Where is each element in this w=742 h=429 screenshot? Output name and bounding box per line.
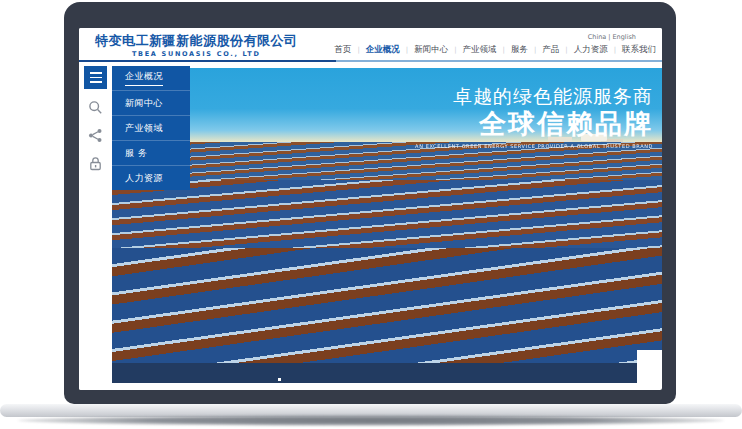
nav-separator: |: [454, 46, 456, 54]
laptop-screen: China|English 特变电工新疆新能源股份有限公司 TBEA SUNOA…: [79, 28, 662, 390]
nav-separator: |: [614, 46, 616, 54]
lock-icon[interactable]: [88, 156, 103, 171]
sidebar-menu: 企业概况 新闻中心 产业领域 服 务 人力资源: [112, 66, 190, 190]
nav-item-company[interactable]: 企业概况: [366, 44, 400, 56]
nav-item-hr[interactable]: 人力资源: [574, 44, 608, 56]
nav-item-industry[interactable]: 产业领域: [463, 44, 497, 56]
hero-tagline-en: AN EXCELLENT GREEN ENERGY SERVICE PROVID…: [415, 143, 653, 149]
main-nav: 首页| 企业概况| 新闻中心| 产业领域| 服务| 产品| 人力资源| 联系我们: [334, 44, 656, 56]
header-underline-left: [79, 60, 336, 62]
nav-item-service[interactable]: 服务: [511, 44, 528, 56]
sidebar-item-news[interactable]: 新闻中心: [112, 91, 190, 116]
nav-separator: |: [357, 46, 359, 54]
site-logo[interactable]: 特变电工新疆新能源股份有限公司 TBEA SUNOASIS CO., LTD: [95, 34, 298, 58]
hero-text: 卓越的绿色能源服务商 全球信赖品牌 AN EXCELLENT GREEN ENE…: [415, 84, 653, 149]
hero-title: 全球信赖品牌: [415, 108, 653, 140]
share-icon[interactable]: [88, 128, 103, 143]
solar-panel-field-image: [112, 142, 662, 363]
nav-separator: |: [534, 46, 536, 54]
nav-separator: |: [503, 46, 505, 54]
menu-icon[interactable]: [84, 66, 107, 89]
sidebar-item-service[interactable]: 服 务: [112, 141, 190, 166]
laptop-shadow: [18, 415, 724, 426]
language-switcher: China|English: [586, 33, 638, 41]
search-icon[interactable]: [88, 100, 103, 115]
banner-footer-bar: [112, 363, 637, 383]
nav-item-products[interactable]: 产品: [542, 44, 559, 56]
lang-english-link[interactable]: English: [613, 33, 636, 41]
nav-item-home[interactable]: 首页: [334, 44, 351, 56]
sidebar-item-industry[interactable]: 产业领域: [112, 116, 190, 141]
header-underline-right: [336, 60, 662, 62]
lang-separator: |: [608, 33, 610, 41]
nav-item-news[interactable]: 新闻中心: [414, 44, 448, 56]
site-header: China|English 特变电工新疆新能源股份有限公司 TBEA SUNOA…: [79, 28, 662, 62]
hero-subtitle: 卓越的绿色能源服务商: [415, 84, 653, 108]
nav-item-contact[interactable]: 联系我们: [622, 44, 656, 56]
floating-widget[interactable]: [637, 350, 662, 383]
nav-separator: |: [565, 46, 567, 54]
lang-china-link[interactable]: China: [588, 33, 607, 41]
icon-rail: [79, 62, 112, 390]
logo-chinese-name: 特变电工新疆新能源股份有限公司: [95, 34, 298, 48]
slider-indicator-dot[interactable]: [278, 378, 281, 381]
hero-banner: 卓越的绿色能源服务商 全球信赖品牌 AN EXCELLENT GREEN ENE…: [112, 68, 662, 363]
laptop-bezel: China|English 特变电工新疆新能源股份有限公司 TBEA SUNOA…: [64, 2, 676, 404]
nav-separator: |: [406, 46, 408, 54]
sidebar-item-hr[interactable]: 人力资源: [112, 166, 190, 190]
sidebar-item-company[interactable]: 企业概况: [112, 66, 190, 91]
page: China|English 特变电工新疆新能源股份有限公司 TBEA SUNOA…: [0, 0, 742, 429]
logo-english-name: TBEA SUNOASIS CO., LTD: [95, 50, 298, 58]
